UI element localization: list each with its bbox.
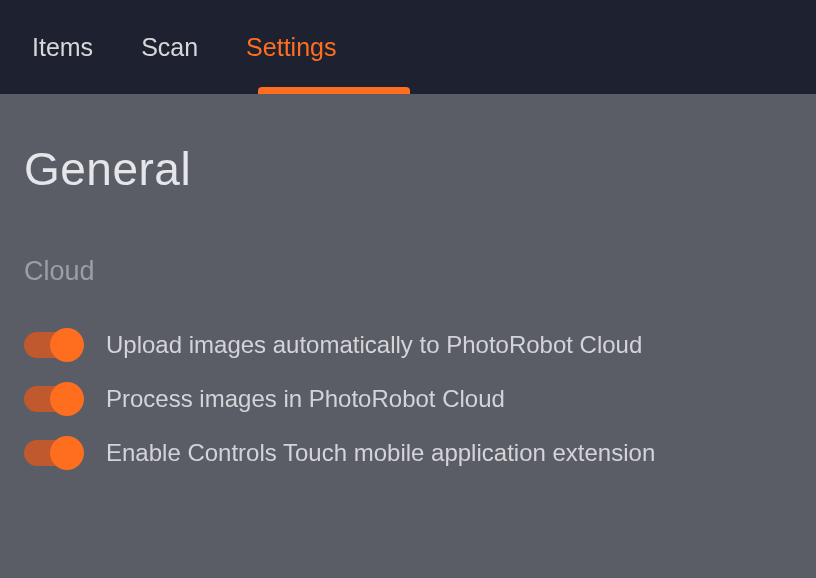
- active-tab-indicator: [258, 87, 410, 94]
- setting-label: Process images in PhotoRobot Cloud: [106, 385, 505, 413]
- tab-items[interactable]: Items: [32, 25, 93, 70]
- toggle-upload-images[interactable]: [24, 332, 82, 358]
- toggle-controls-touch[interactable]: [24, 440, 82, 466]
- tab-bar: Items Scan Settings: [0, 0, 816, 94]
- toggle-knob: [50, 436, 84, 470]
- setting-row-controls-touch: Enable Controls Touch mobile application…: [24, 439, 792, 467]
- toggle-knob: [50, 382, 84, 416]
- settings-content: General Cloud Upload images automaticall…: [0, 94, 816, 517]
- setting-row-process: Process images in PhotoRobot Cloud: [24, 385, 792, 413]
- setting-label: Upload images automatically to PhotoRobo…: [106, 331, 642, 359]
- toggle-process-images[interactable]: [24, 386, 82, 412]
- tab-scan[interactable]: Scan: [141, 25, 198, 70]
- tab-settings[interactable]: Settings: [246, 25, 336, 70]
- setting-row-upload: Upload images automatically to PhotoRobo…: [24, 331, 792, 359]
- page-title: General: [24, 142, 792, 196]
- toggle-knob: [50, 328, 84, 362]
- setting-label: Enable Controls Touch mobile application…: [106, 439, 655, 467]
- section-title-cloud: Cloud: [24, 256, 792, 287]
